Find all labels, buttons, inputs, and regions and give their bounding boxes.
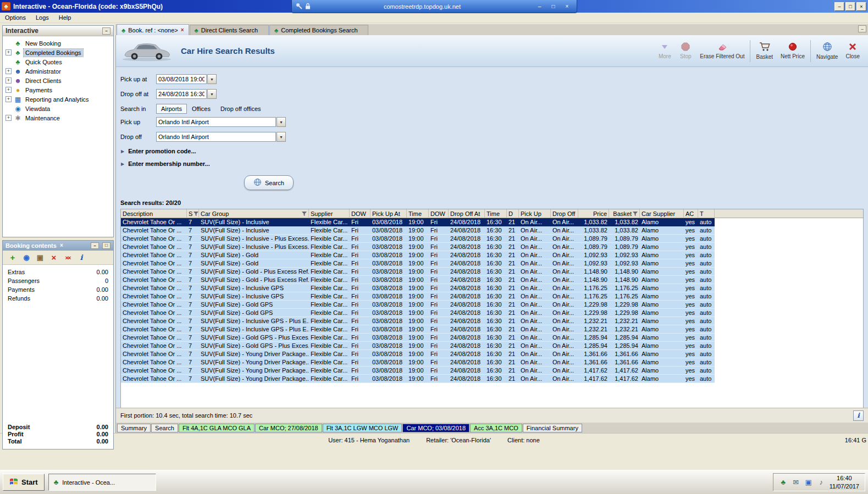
col-header-price[interactable]: Price <box>578 209 609 218</box>
dropoff-at-dropdown-icon[interactable]: ▼ <box>207 89 217 99</box>
basket-item-icon[interactable] <box>36 253 45 262</box>
window-minimize-button[interactable]: – <box>834 2 844 11</box>
booking-contents-close-button[interactable]: × <box>60 243 63 248</box>
filter-icon[interactable] <box>193 210 198 217</box>
basket-button[interactable]: Basket <box>752 42 777 60</box>
search-in-tab[interactable]: Drop off offices <box>215 104 266 114</box>
booking-contents-row[interactable]: Payments 0.00 <box>8 286 108 295</box>
table-row[interactable]: Chevrolet Tahoe Or ... 7 SUV(Full Size) … <box>121 259 715 268</box>
table-row[interactable]: Chevrolet Tahoe Or ... 7 SUV(Full Size) … <box>121 292 715 301</box>
expander-icon[interactable]: + <box>5 68 12 74</box>
col-header-d[interactable]: D <box>507 209 519 218</box>
table-row[interactable]: Chevrolet Tahoe Or ... 7 SUV(Full Size) … <box>121 301 715 309</box>
delete-item-icon[interactable] <box>49 253 58 262</box>
dropoff-at-input[interactable] <box>156 89 207 99</box>
col-header-t[interactable]: T <box>698 209 715 218</box>
taskbar-app-button[interactable]: ♣ Interactive - Ocea... <box>48 474 156 491</box>
table-row[interactable]: Chevrolet Tahoe Or ... 7 SUV(Full Size) … <box>121 350 715 358</box>
menu-item[interactable]: Logs <box>31 13 54 22</box>
sidebar-item[interactable]: + Maintenance <box>3 113 113 123</box>
col-header-s[interactable]: S <box>187 209 199 218</box>
table-row[interactable]: Chevrolet Tahoe Or ... 7 SUV(Full Size) … <box>121 342 715 350</box>
dropoff-combobox[interactable] <box>156 132 276 142</box>
tray-icon[interactable] <box>817 478 826 486</box>
table-row[interactable]: Chevrolet Tahoe Or ... 7 SUV(Full Size) … <box>121 226 715 235</box>
sidebar-collapse-button[interactable]: – <box>102 27 110 35</box>
menu-item[interactable]: Help <box>54 13 76 22</box>
col-header-supplier[interactable]: Supplier <box>309 209 350 218</box>
tray-icon[interactable] <box>779 478 788 486</box>
table-row[interactable]: Chevrolet Tahoe Or ... 7 SUV(Full Size) … <box>121 317 715 325</box>
sidebar-item[interactable]: + Viewdata <box>3 104 113 113</box>
tray-icon[interactable] <box>804 478 813 486</box>
rdp-restore-button[interactable]: □ <box>548 2 559 11</box>
table-row[interactable]: Chevrolet Tahoe Or ... 7 SUV(Full Size) … <box>121 268 715 276</box>
col-header-pick-up-at[interactable]: Pick Up At <box>371 209 407 218</box>
col-header-car-supplier[interactable]: Car Supplier <box>640 209 684 218</box>
info-icon[interactable]: i <box>853 410 864 421</box>
table-row[interactable]: Chevrolet Tahoe Or ... 7 SUV(Full Size) … <box>121 358 715 367</box>
col-header-basket[interactable]: Basket <box>609 209 640 218</box>
sidebar-item[interactable]: + Quick Quotes <box>3 57 113 66</box>
expander-icon[interactable]: + <box>5 49 12 55</box>
sidebar-item[interactable]: + Direct Clients <box>3 76 113 85</box>
info-icon[interactable] <box>77 253 86 262</box>
search-button[interactable]: Search <box>244 175 294 190</box>
stop-button[interactable]: Stop <box>675 42 696 59</box>
col-header-dow[interactable]: DOW <box>350 209 371 218</box>
booking-contents-minimize-button[interactable]: – <box>91 242 99 249</box>
more-button[interactable]: More <box>654 42 675 59</box>
table-row[interactable]: Chevrolet Tahoe Or ... 7 SUV(Full Size) … <box>121 235 715 243</box>
expander-icon[interactable]: + <box>5 87 12 93</box>
filter-icon[interactable] <box>633 210 638 217</box>
membership-number-expander[interactable]: ▶ Enter membership number... <box>121 160 868 167</box>
sidebar-item[interactable]: + Reporting and Analytics <box>3 95 113 104</box>
booking-section-tab[interactable]: Acc 3A,1C MCO <box>470 424 522 432</box>
erase-filtered-out-button[interactable]: Erase Filtered Out <box>696 42 748 59</box>
rdp-minimize-button[interactable]: – <box>534 2 545 11</box>
expander-icon[interactable]: + <box>5 115 12 121</box>
booking-contents-row[interactable]: Passengers 0 <box>8 277 108 286</box>
col-header-time[interactable]: Time <box>485 209 507 218</box>
window-close-button[interactable]: × <box>856 2 866 11</box>
table-row[interactable]: Chevrolet Tahoe Or ... 7 SUV(Full Size) … <box>121 251 715 259</box>
booking-section-tab[interactable]: Flt 3A,1C LGW MCO LGW <box>323 424 402 432</box>
col-header-pick-up[interactable]: Pick Up <box>519 209 551 218</box>
navigate-button[interactable]: Navigate <box>812 42 842 60</box>
document-tab[interactable]: ♣ Book. ref : <none> × <box>117 24 189 35</box>
sidebar-item[interactable]: + Completed Bookings <box>3 48 113 57</box>
tab-close-icon[interactable]: × <box>181 27 184 33</box>
search-in-tab[interactable]: Airports <box>156 104 187 114</box>
table-row[interactable]: Chevrolet Tahoe Or ... 7 SUV(Full Size) … <box>121 309 715 317</box>
pickup-at-dropdown-icon[interactable]: ▼ <box>207 74 217 84</box>
pickup-at-input[interactable] <box>156 74 207 84</box>
table-row[interactable]: Chevrolet Tahoe Or ... 7 SUV(Full Size) … <box>121 325 715 334</box>
main-minimize-button[interactable]: – <box>858 25 866 32</box>
rdp-close-button[interactable]: × <box>562 2 573 11</box>
table-row[interactable]: Chevrolet Tahoe Or ... 7 SUV(Full Size) … <box>121 218 715 226</box>
col-header-description[interactable]: Description <box>121 209 187 218</box>
taskbar-clock[interactable]: 16:40 11/07/2017 <box>830 474 859 490</box>
table-row[interactable]: Chevrolet Tahoe Or ... 7 SUV(Full Size) … <box>121 367 715 375</box>
tray-icon[interactable] <box>792 478 800 486</box>
booking-contents-restore-button[interactable]: □ <box>102 242 110 249</box>
col-header-drop-off[interactable]: Drop Off <box>551 209 578 218</box>
sidebar-item[interactable]: + New Booking <box>3 38 113 48</box>
booking-section-tab[interactable]: Car MCO; 27/08/2018 <box>255 424 322 432</box>
booking-section-tab[interactable]: Search <box>151 424 178 432</box>
table-row[interactable]: Chevrolet Tahoe Or ... 7 SUV(Full Size) … <box>121 375 715 383</box>
search-item-icon[interactable] <box>22 253 31 262</box>
table-row[interactable]: Chevrolet Tahoe Or ... 7 SUV(Full Size) … <box>121 284 715 292</box>
booking-section-tab[interactable]: Car MCO; 03/08/2018 <box>402 424 469 432</box>
sidebar-item[interactable]: + Administrator <box>3 66 113 76</box>
col-header-dow[interactable]: DOW <box>429 209 449 218</box>
menu-item[interactable]: Options <box>0 13 31 22</box>
window-restore-button[interactable]: □ <box>845 2 855 11</box>
search-in-tab[interactable]: Offices <box>187 104 215 114</box>
col-header-time[interactable]: Time <box>407 209 429 218</box>
booking-contents-row[interactable]: Refunds 0.00 <box>8 295 108 304</box>
dropoff-dropdown-icon[interactable]: ▼ <box>277 132 286 142</box>
expander-icon[interactable]: + <box>5 96 12 102</box>
document-tab[interactable]: ♣ Direct Clients Search × <box>190 25 269 35</box>
pickup-dropdown-icon[interactable]: ▼ <box>277 117 286 127</box>
